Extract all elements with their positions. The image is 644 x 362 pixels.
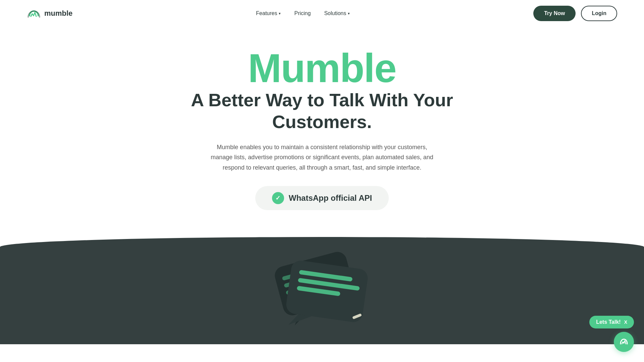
nav-features[interactable]: Features ▾ <box>256 10 281 16</box>
chat-widget-label-text: Lets Talk! <box>596 319 621 325</box>
hero-description: Mumble enables you to maintain a consist… <box>208 142 436 173</box>
chat-widget-icon-button[interactable] <box>614 332 634 352</box>
hero-section: Mumble A Better Way to Talk With Your Cu… <box>0 27 644 210</box>
nav-solutions[interactable]: Solutions ▾ <box>324 10 350 16</box>
whatsapp-badge-text: WhatsApp official API <box>289 193 372 203</box>
chat-wave-icon <box>619 337 629 347</box>
logo-icon <box>27 6 41 20</box>
chat-illustration <box>262 230 382 344</box>
hero-subtitle: A Better Way to Talk With Your Customers… <box>171 89 473 133</box>
login-button[interactable]: Login <box>581 6 617 21</box>
nav-actions: Try Now Login <box>533 6 617 21</box>
whatsapp-badge: ✓ WhatsApp official API <box>255 186 389 210</box>
features-chevron-icon: ▾ <box>279 11 281 16</box>
hero-brand-title: Mumble <box>248 47 396 89</box>
navbar: mumble Features ▾ Pricing Solutions ▾ Tr… <box>0 0 644 27</box>
logo-link[interactable]: mumble <box>27 6 72 20</box>
logo-text: mumble <box>44 9 72 18</box>
chat-widget-close-icon[interactable]: X <box>624 319 627 325</box>
nav-links: Features ▾ Pricing Solutions ▾ <box>256 10 350 16</box>
chat-widget-label-bubble[interactable]: Lets Talk! X <box>589 316 634 328</box>
whatsapp-check-icon: ✓ <box>272 192 284 204</box>
solutions-chevron-icon: ▾ <box>348 11 350 16</box>
bottom-section <box>0 230 644 344</box>
try-now-button[interactable]: Try Now <box>533 6 576 21</box>
nav-pricing[interactable]: Pricing <box>294 10 311 16</box>
chat-widget: Lets Talk! X <box>589 316 634 352</box>
